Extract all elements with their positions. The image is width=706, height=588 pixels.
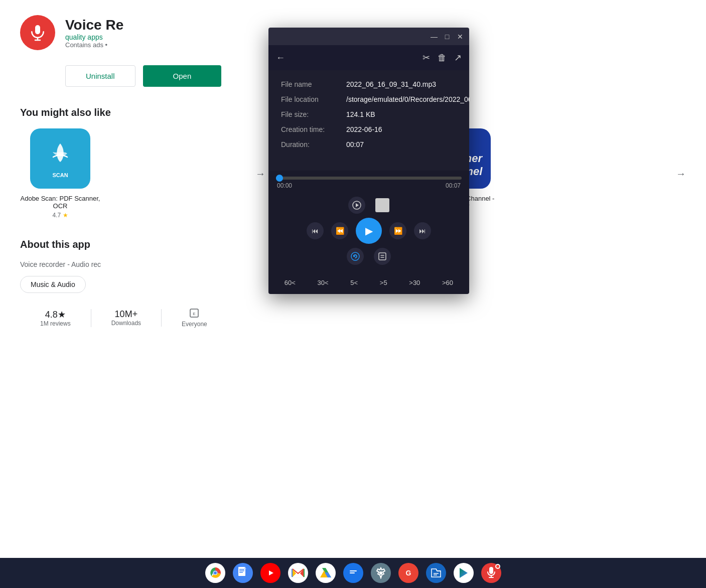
settings-taskbar-icon[interactable] [371,563,391,583]
play-button[interactable]: ▶ [356,218,382,244]
app-icon [20,15,55,50]
creation-time-label: Creation time: [281,125,346,133]
file-name-label: File name [281,80,346,88]
time-row: 00:00 00:07 [276,182,462,189]
svg-text:G: G [405,569,411,577]
skip-row: 60< 30< 5< >5 >30 >60 [268,274,469,294]
uninstall-button[interactable]: Uninstall [65,65,135,87]
skip-60-back[interactable]: 60< [285,279,296,286]
downloads-value: 10M+ [111,309,141,320]
age-label: Everyone [182,321,207,328]
creation-time-row: Creation time: 2022-06-16 [281,125,457,133]
svg-rect-29 [350,570,357,571]
stat-downloads: 10M+ Downloads [91,309,162,327]
stop-button[interactable] [375,198,389,212]
also-like-arrow-right[interactable]: → [255,168,265,180]
svg-point-32 [379,571,382,574]
play-store-taskbar-icon[interactable] [454,563,474,583]
minimize-button[interactable]: — [430,33,438,41]
back-button[interactable]: ← [276,53,285,63]
file-info-panel: File name 2022_06_16_09_31_40.mp3 File l… [268,70,469,171]
youtube-taskbar-icon[interactable] [260,563,280,583]
skip-30-fwd[interactable]: >30 [409,279,420,286]
controls-row2: ⏮ ⏪ ▶ ⏩ ⏭ [276,218,462,244]
next-chapter-button[interactable] [348,197,365,214]
svg-point-14 [214,571,217,574]
gmail-taskbar-icon[interactable] [288,563,308,583]
window-titlebar: — □ ✕ [268,28,469,45]
stats-row: 4.8★ 1M reviews 10M+ Downloads E Everyon… [20,308,686,328]
forward-button[interactable]: ⏩ [389,222,406,239]
chrome-taskbar-icon[interactable] [205,563,225,583]
time-end: 00:07 [446,182,461,189]
duration-label: Duration: [281,140,346,149]
age-icon: E [189,308,199,318]
svg-marker-6 [356,203,359,207]
svg-rect-8 [379,253,386,260]
creation-time-value: 2022-06-16 [346,125,457,133]
drive-taskbar-icon[interactable] [316,563,336,583]
svg-rect-16 [239,569,244,570]
taskbar: G [0,558,706,588]
stat-rating: 4.8★ 1M reviews [20,309,91,327]
app-title: Voice Re [65,17,123,33]
adobe-scan-rating: 4.7 ★ [52,212,68,219]
svg-text:E: E [193,312,196,316]
file-name-row: File name 2022_06_16_09_31_40.mp3 [281,80,457,88]
maximize-button[interactable]: □ [443,33,451,41]
app-meta: Contains ads • [65,41,123,49]
file-name-value: 2022_06_16_09_31_40.mp3 [346,80,457,88]
stat-age: E Everyone [162,308,227,328]
cut-icon[interactable]: ✂ [422,52,430,63]
svg-rect-15 [238,567,245,576]
file-size-label: File size: [281,110,346,118]
duration-row: Duration: 00:07 [281,140,457,149]
close-button[interactable]: ✕ [456,33,464,41]
files-taskbar-icon[interactable] [426,563,446,583]
svg-point-7 [351,252,359,260]
file-location-value: /storage/emulated/0/Recorders/2022_06_16… [346,95,469,103]
svg-rect-17 [239,570,244,571]
media-player-window: — □ ✕ ← ✂ 🗑 ↗ File name 2022_06_16_09_31… [268,28,469,294]
controls-row3 [276,248,462,265]
adobe-scan-svg [45,139,75,170]
share-icon[interactable]: ↗ [454,52,462,63]
file-location-row: File location /storage/emulated/0/Record… [281,95,457,103]
adobe-scan-icon: SCAN [30,128,90,189]
progress-bar[interactable] [276,177,462,180]
reviews-label: 1M reviews [40,320,71,327]
mic-svg [28,23,48,43]
adobe-scan-card[interactable]: SCAN Adobe Scan: PDF Scanner, OCR 4.7 ★ [20,128,100,219]
downloads-label: Downloads [111,320,141,327]
adobe-scan-logo: SCAN [45,139,75,178]
messages-taskbar-icon[interactable] [343,563,363,583]
skip-30-back[interactable]: 30< [318,279,329,286]
controls-section: ⏮ ⏪ ▶ ⏩ ⏭ [268,192,469,274]
svg-marker-37 [460,568,468,578]
progress-thumb [276,175,283,182]
delete-icon[interactable]: 🗑 [438,53,447,63]
scan-text: SCAN [52,172,68,178]
open-button[interactable]: Open [143,65,222,87]
rewind-button[interactable]: ⏪ [331,222,348,239]
docs-taskbar-icon[interactable] [233,563,253,583]
file-size-value: 124.1 KB [346,110,457,118]
playlist-button[interactable] [374,248,391,265]
app-subtitle: quality apps [65,33,123,41]
skip-60-fwd[interactable]: >60 [442,279,453,286]
svg-rect-38 [489,567,493,574]
gboard-taskbar-icon[interactable]: G [398,563,418,583]
mic-taskbar-app-icon[interactable] [481,563,501,583]
category-badge[interactable]: Music & Audio [20,276,86,293]
next-button[interactable]: ⏭ [414,222,431,239]
app-title-area: Voice Re quality apps Contains ads • [65,17,123,49]
skip-5-fwd[interactable]: >5 [380,279,387,286]
prev-button[interactable]: ⏮ [307,222,324,239]
progress-section: 00:00 00:07 [268,171,469,192]
skip-5-back[interactable]: 5< [350,279,358,286]
loop-button[interactable] [347,248,364,265]
file-location-label: File location [281,95,346,103]
player-toolbar: ← ✂ 🗑 ↗ [268,45,469,70]
file-size-row: File size: 124.1 KB [281,110,457,118]
also-like-arrow-right-2[interactable]: → [676,168,686,180]
